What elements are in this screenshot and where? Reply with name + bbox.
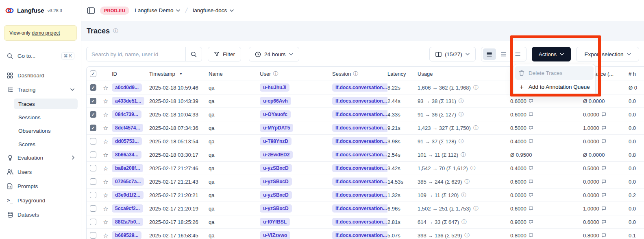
sidebar-item-datasets[interactable]: Datasets [3,209,78,220]
org-selector[interactable]: Langfuse Demo [135,7,180,13]
user-badge[interactable]: u-OYauofc [260,110,291,118]
search-input[interactable] [87,51,185,57]
sidebar-item-playground[interactable]: >_ Playground [3,195,78,206]
app-logo[interactable]: Langfuse v3.28.3 [0,0,81,21]
time-range-button[interactable]: 24 hours [249,47,299,61]
bookmark-star-icon[interactable]: ☆ [103,98,108,104]
user-badge[interactable]: u-VIZzvwo [260,231,290,239]
column-header-score3[interactable]: # h [629,71,644,77]
row-height-small-button[interactable] [483,48,496,60]
user-badge[interactable]: u-yzSBxcD [260,191,292,199]
row-checkbox[interactable] [90,125,96,131]
sidebar-item-traces[interactable]: Traces [14,99,78,109]
table-row[interactable]: ☆ 5cca9cf2... 2025-02-17 21:20:19 qa u-y… [87,202,644,215]
table-row[interactable]: ☆ 07265c7a... 2025-02-17 21:21:43 qa u-y… [87,175,644,189]
table-row[interactable]: ☆ d3e9d1f2... 2025-02-17 21:20:21 qa u-y… [87,189,644,202]
row-checkbox[interactable] [90,232,96,239]
search-submit-button[interactable] [185,47,202,61]
trace-id-badge[interactable]: d3e9d1f2... [112,191,144,199]
table-row[interactable]: ☆ dd05753... 2025-02-18 05:13:54 qa u-T9… [87,135,644,148]
bookmark-star-icon[interactable]: ☆ [103,112,108,118]
row-checkbox[interactable] [90,192,96,198]
table-row[interactable]: ☆ 88f2a7b0... 2025-02-17 18:25:26 qa u-f… [87,215,644,229]
session-badge[interactable]: lf.docs.conversation... [332,231,387,239]
session-badge[interactable]: lf.docs.conversation... [332,204,387,213]
user-badge[interactable]: u-yzSBxcD [260,204,292,213]
user-badge[interactable]: u-zEwdED2 [260,151,293,159]
sidebar-item-observations[interactable]: Observations [14,125,78,136]
column-header-user[interactable]: Userⓘ [260,70,332,77]
session-badge[interactable]: lf.docs.conversation... [332,124,387,132]
bookmark-star-icon[interactable]: ☆ [103,125,108,131]
demo-project-link[interactable]: demo project [32,30,60,36]
column-header-name[interactable]: Name [209,71,260,77]
bookmark-star-icon[interactable]: ☆ [103,165,108,171]
trace-id-badge[interactable]: 07265c7a... [112,178,144,186]
trace-id-badge[interactable]: 5cca9cf2... [112,204,143,213]
row-height-large-button[interactable] [511,48,524,60]
select-all-checkbox[interactable] [90,70,96,77]
column-header-latency[interactable]: Latency [387,71,418,77]
table-row[interactable]: ☆ 8b66a34... 2025-02-18 03:30:17 qa u-zE… [87,148,644,162]
project-selector[interactable]: langfuse-docs [193,7,234,13]
trace-id-badge[interactable]: a0cd0d9... [112,83,142,92]
column-header-timestamp[interactable]: Timestamp▼ [149,71,209,77]
trace-id-badge[interactable]: a433de51... [112,97,144,105]
sidebar-item-prompts[interactable]: Prompts [3,181,78,191]
session-badge[interactable]: lf.docs.conversation... [332,164,387,172]
sidebar-item-evaluation[interactable]: Evaluation [3,152,78,163]
table-row[interactable]: ☆ 084c739... 2025-02-18 10:04:33 qa u-OY… [87,108,644,121]
trace-id-badge[interactable]: 88f2a7b0... [112,218,143,226]
filter-button[interactable]: Filter [208,47,241,61]
actions-button[interactable]: Actions [532,47,571,61]
row-checkbox[interactable] [90,205,96,212]
row-checkbox[interactable] [90,84,96,91]
goto-search[interactable]: Go to... ⌘ K [3,50,78,61]
trace-id-badge[interactable]: 8dcf4574... [112,124,143,132]
trace-id-badge[interactable]: dd05753... [112,137,142,145]
row-checkbox[interactable] [90,98,96,104]
bookmark-star-icon[interactable]: ☆ [103,152,108,158]
row-checkbox[interactable] [90,165,96,171]
column-visibility-button[interactable]: (15/27) [429,47,476,61]
trace-id-badge[interactable]: 8b66a34... [112,151,141,159]
session-badge[interactable]: lf.docs.conversation... [332,83,387,92]
row-height-medium-button[interactable] [497,48,510,60]
trace-id-badge[interactable]: 084c739... [112,110,141,118]
bookmark-star-icon[interactable]: ☆ [103,138,108,145]
sidebar-item-users[interactable]: Users [3,167,78,177]
bookmark-star-icon[interactable]: ☆ [103,85,108,91]
table-row[interactable]: ☆ a433de51... 2025-02-18 10:43:39 qa u-c… [87,94,644,108]
sidebar-toggle-icon[interactable] [87,7,95,14]
bookmark-star-icon[interactable]: ☆ [103,219,108,225]
table-row[interactable]: ☆ b669529... 2025-02-17 16:58:45 qa u-VI… [87,229,644,239]
session-badge[interactable]: lf.docs.conversation... [332,191,387,199]
session-badge[interactable]: lf.docs.conversation... [332,151,387,159]
bookmark-star-icon[interactable]: ☆ [103,206,108,212]
table-row[interactable]: ☆ 8dcf4574... 2025-02-18 07:34:36 qa u-M… [87,121,644,135]
session-badge[interactable]: lf.docs.conversation... [332,218,387,226]
session-badge[interactable]: lf.docs.conversation... [332,137,387,145]
user-badge[interactable]: u-T98YnzD [260,137,292,145]
sidebar-item-tracing[interactable]: Tracing [3,84,78,95]
user-badge[interactable]: u-f0YfBSL [260,218,290,226]
sidebar-item-dashboard[interactable]: Dashboard [3,70,78,81]
trace-id-badge[interactable]: b669529... [112,231,141,239]
menu-item-add-to-annotation-queue[interactable]: + Add to Annotation Queue [515,80,594,94]
row-checkbox[interactable] [90,138,96,145]
sidebar-item-scores[interactable]: Scores [14,139,78,149]
row-checkbox[interactable] [90,178,96,185]
column-header-session[interactable]: Sessionⓘ [332,70,387,77]
column-header-id[interactable]: ID [112,71,149,77]
row-checkbox[interactable] [90,111,96,118]
row-checkbox[interactable] [90,219,96,225]
bookmark-star-icon[interactable]: ☆ [103,192,108,198]
sidebar-item-sessions[interactable]: Sessions [14,112,78,123]
user-badge[interactable]: u-MYpDAT5 [260,124,293,132]
user-badge[interactable]: u-yzSBxcD [260,164,292,172]
column-header-usage[interactable]: Usage [418,71,506,77]
table-row[interactable]: ☆ ba8a208f... 2025-02-17 21:27:46 qa u-y… [87,162,644,175]
session-badge[interactable]: lf.docs.conversation... [332,97,387,105]
row-checkbox[interactable] [90,151,96,158]
user-badge[interactable]: u-yzSBxcD [260,178,292,186]
